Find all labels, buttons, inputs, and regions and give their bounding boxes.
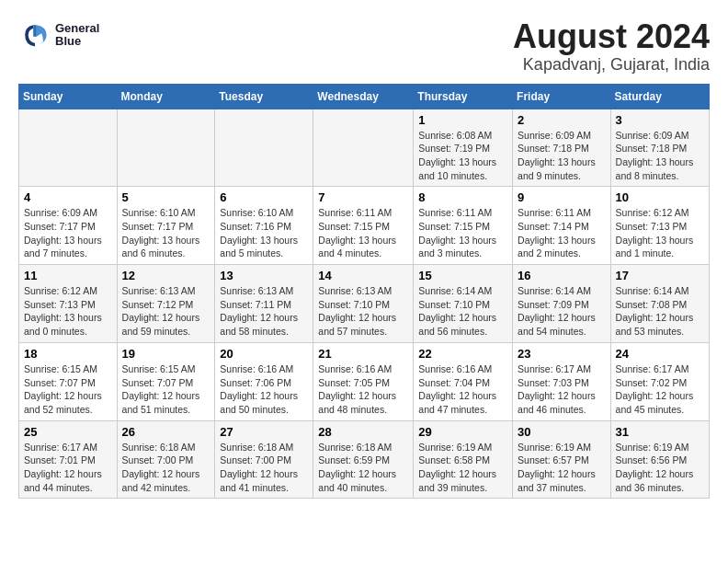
day-number: 13 [220, 269, 308, 282]
day-info: Sunrise: 6:13 AM Sunset: 7:10 PM Dayligh… [318, 284, 408, 339]
day-number: 25 [24, 425, 112, 439]
day-number: 6 [220, 190, 308, 204]
week-row-5: 25Sunrise: 6:17 AM Sunset: 7:01 PM Dayli… [19, 420, 710, 499]
calendar-body: 1Sunrise: 6:08 AM Sunset: 7:19 PM Daylig… [19, 109, 710, 499]
calendar-cell: 14Sunrise: 6:13 AM Sunset: 7:10 PM Dayli… [313, 265, 414, 343]
calendar-cell: 8Sunrise: 6:11 AM Sunset: 7:15 PM Daylig… [414, 187, 513, 265]
day-number: 24 [616, 347, 704, 361]
day-info: Sunrise: 6:19 AM Sunset: 6:57 PM Dayligh… [518, 441, 606, 495]
calendar-cell: 30Sunrise: 6:19 AM Sunset: 6:57 PM Dayli… [513, 420, 611, 499]
day-number: 5 [122, 190, 210, 204]
title-block: August 2024 Kapadvanj, Gujarat, India [513, 18, 710, 75]
day-info: Sunrise: 6:14 AM Sunset: 7:08 PM Dayligh… [616, 284, 704, 339]
day-info: Sunrise: 6:11 AM Sunset: 7:14 PM Dayligh… [518, 206, 606, 260]
day-number: 18 [24, 347, 112, 361]
calendar-cell: 2Sunrise: 6:09 AM Sunset: 7:18 PM Daylig… [513, 109, 611, 187]
day-info: Sunrise: 6:18 AM Sunset: 7:00 PM Dayligh… [220, 441, 308, 495]
day-info: Sunrise: 6:09 AM Sunset: 7:18 PM Dayligh… [616, 129, 704, 183]
calendar-cell: 25Sunrise: 6:17 AM Sunset: 7:01 PM Dayli… [19, 420, 118, 499]
day-number: 16 [518, 269, 606, 282]
day-info: Sunrise: 6:10 AM Sunset: 7:17 PM Dayligh… [122, 206, 210, 260]
header-cell-sunday: Sunday [19, 84, 118, 109]
day-info: Sunrise: 6:08 AM Sunset: 7:19 PM Dayligh… [418, 129, 507, 183]
calendar-cell: 31Sunrise: 6:19 AM Sunset: 6:56 PM Dayli… [610, 420, 709, 499]
day-info: Sunrise: 6:17 AM Sunset: 7:02 PM Dayligh… [616, 362, 704, 417]
day-number: 30 [518, 425, 606, 439]
logo: General Blue [18, 18, 99, 52]
day-info: Sunrise: 6:12 AM Sunset: 7:13 PM Dayligh… [24, 284, 112, 339]
day-number: 28 [318, 425, 408, 439]
calendar-cell: 13Sunrise: 6:13 AM Sunset: 7:11 PM Dayli… [215, 265, 313, 343]
calendar-cell: 4Sunrise: 6:09 AM Sunset: 7:17 PM Daylig… [19, 187, 118, 265]
calendar-cell: 1Sunrise: 6:08 AM Sunset: 7:19 PM Daylig… [414, 109, 513, 187]
day-info: Sunrise: 6:11 AM Sunset: 7:15 PM Dayligh… [418, 206, 507, 260]
day-info: Sunrise: 6:16 AM Sunset: 7:04 PM Dayligh… [418, 362, 507, 417]
day-number: 15 [418, 269, 507, 282]
calendar-cell: 15Sunrise: 6:14 AM Sunset: 7:10 PM Dayli… [414, 265, 513, 343]
calendar-cell: 7Sunrise: 6:11 AM Sunset: 7:15 PM Daylig… [313, 187, 414, 265]
day-info: Sunrise: 6:14 AM Sunset: 7:10 PM Dayligh… [418, 284, 507, 339]
calendar-cell: 26Sunrise: 6:18 AM Sunset: 7:00 PM Dayli… [117, 420, 215, 499]
day-number: 7 [318, 190, 408, 204]
day-info: Sunrise: 6:13 AM Sunset: 7:12 PM Dayligh… [122, 284, 210, 339]
calendar-cell: 27Sunrise: 6:18 AM Sunset: 7:00 PM Dayli… [215, 420, 313, 499]
week-row-3: 11Sunrise: 6:12 AM Sunset: 7:13 PM Dayli… [19, 265, 710, 343]
logo-icon [18, 18, 51, 52]
day-info: Sunrise: 6:13 AM Sunset: 7:11 PM Dayligh… [220, 284, 308, 339]
calendar-cell: 24Sunrise: 6:17 AM Sunset: 7:02 PM Dayli… [610, 342, 709, 420]
day-info: Sunrise: 6:09 AM Sunset: 7:17 PM Dayligh… [24, 206, 112, 260]
calendar-cell: 9Sunrise: 6:11 AM Sunset: 7:14 PM Daylig… [513, 187, 611, 265]
calendar-cell: 5Sunrise: 6:10 AM Sunset: 7:17 PM Daylig… [117, 187, 215, 265]
day-number: 14 [318, 269, 408, 282]
header-cell-wednesday: Wednesday [313, 84, 414, 109]
day-info: Sunrise: 6:15 AM Sunset: 7:07 PM Dayligh… [122, 362, 210, 417]
day-info: Sunrise: 6:11 AM Sunset: 7:15 PM Dayligh… [318, 206, 408, 260]
day-number: 11 [24, 269, 112, 282]
calendar-cell: 21Sunrise: 6:16 AM Sunset: 7:05 PM Dayli… [313, 342, 414, 420]
calendar-cell: 17Sunrise: 6:14 AM Sunset: 7:08 PM Dayli… [610, 265, 709, 343]
day-info: Sunrise: 6:17 AM Sunset: 7:03 PM Dayligh… [518, 362, 606, 417]
calendar-cell: 20Sunrise: 6:16 AM Sunset: 7:06 PM Dayli… [215, 342, 313, 420]
calendar-cell: 10Sunrise: 6:12 AM Sunset: 7:13 PM Dayli… [610, 187, 709, 265]
logo-line2: Blue [55, 35, 99, 48]
day-info: Sunrise: 6:09 AM Sunset: 7:18 PM Dayligh… [518, 129, 606, 183]
calendar-cell: 3Sunrise: 6:09 AM Sunset: 7:18 PM Daylig… [610, 109, 709, 187]
day-info: Sunrise: 6:19 AM Sunset: 6:58 PM Dayligh… [418, 441, 507, 495]
day-info: Sunrise: 6:12 AM Sunset: 7:13 PM Dayligh… [616, 206, 704, 260]
header-cell-tuesday: Tuesday [215, 84, 313, 109]
header-cell-thursday: Thursday [414, 84, 513, 109]
day-info: Sunrise: 6:18 AM Sunset: 6:59 PM Dayligh… [318, 441, 408, 495]
calendar-subtitle: Kapadvanj, Gujarat, India [513, 55, 710, 75]
day-number: 3 [616, 113, 704, 127]
day-number: 23 [518, 347, 606, 361]
calendar-cell: 29Sunrise: 6:19 AM Sunset: 6:58 PM Dayli… [414, 420, 513, 499]
week-row-2: 4Sunrise: 6:09 AM Sunset: 7:17 PM Daylig… [19, 187, 710, 265]
calendar-cell: 23Sunrise: 6:17 AM Sunset: 7:03 PM Dayli… [513, 342, 611, 420]
calendar-cell [117, 109, 215, 187]
day-number: 10 [616, 190, 704, 204]
day-number: 1 [418, 113, 507, 127]
calendar-header: SundayMondayTuesdayWednesdayThursdayFrid… [19, 84, 710, 109]
calendar-table: SundayMondayTuesdayWednesdayThursdayFrid… [18, 84, 710, 500]
calendar-title: August 2024 [513, 18, 710, 55]
day-number: 17 [616, 269, 704, 282]
calendar-cell: 6Sunrise: 6:10 AM Sunset: 7:16 PM Daylig… [215, 187, 313, 265]
header-cell-monday: Monday [117, 84, 215, 109]
calendar-cell: 19Sunrise: 6:15 AM Sunset: 7:07 PM Dayli… [117, 342, 215, 420]
logo-line1: General [55, 22, 99, 35]
day-number: 4 [24, 190, 112, 204]
calendar-cell [19, 109, 118, 187]
calendar-cell: 16Sunrise: 6:14 AM Sunset: 7:09 PM Dayli… [513, 265, 611, 343]
day-number: 2 [518, 113, 606, 127]
week-row-4: 18Sunrise: 6:15 AM Sunset: 7:07 PM Dayli… [19, 342, 710, 420]
calendar-cell: 11Sunrise: 6:12 AM Sunset: 7:13 PM Dayli… [19, 265, 118, 343]
calendar-cell: 18Sunrise: 6:15 AM Sunset: 7:07 PM Dayli… [19, 342, 118, 420]
day-info: Sunrise: 6:16 AM Sunset: 7:05 PM Dayligh… [318, 362, 408, 417]
calendar-cell: 12Sunrise: 6:13 AM Sunset: 7:12 PM Dayli… [117, 265, 215, 343]
day-info: Sunrise: 6:14 AM Sunset: 7:09 PM Dayligh… [518, 284, 606, 339]
day-info: Sunrise: 6:10 AM Sunset: 7:16 PM Dayligh… [220, 206, 308, 260]
day-info: Sunrise: 6:15 AM Sunset: 7:07 PM Dayligh… [24, 362, 112, 417]
day-number: 19 [122, 347, 210, 361]
day-info: Sunrise: 6:16 AM Sunset: 7:06 PM Dayligh… [220, 362, 308, 417]
day-number: 22 [418, 347, 507, 361]
